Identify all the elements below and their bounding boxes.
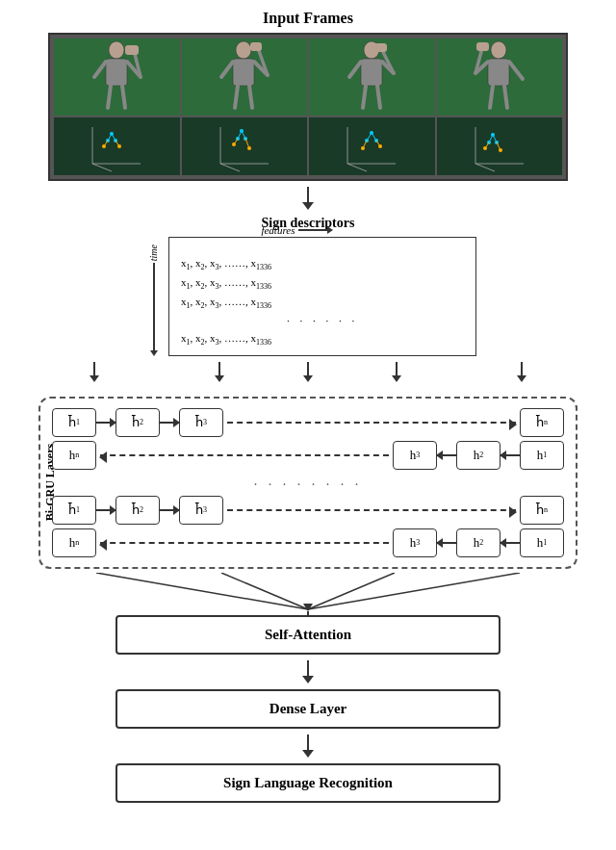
svg-line-51 [242, 131, 245, 139]
arrow2-h2-h3-bwd [437, 542, 456, 544]
svg-line-83 [308, 573, 520, 609]
features-label: features [261, 224, 295, 236]
arrow-h1-h2-fwd [96, 422, 116, 424]
dashed-arrow2-bwd [100, 542, 389, 544]
gru-cell-hn-bwd: hn [52, 441, 96, 470]
dashed-arrow-bwd-1 [100, 454, 389, 456]
matrix-row-3: x1, x2, x3, ……, x1336 [181, 294, 464, 313]
gru-cell-h3-bwd: h3 [393, 441, 437, 470]
svg-line-4 [108, 86, 111, 108]
svg-line-54 [234, 139, 238, 144]
svg-line-82 [308, 573, 395, 609]
gru-cell2-hn-fwd: h̄n [520, 496, 564, 525]
svg-line-39 [112, 134, 116, 141]
gru-backward-row-1: h1 h2 h3 hn [52, 441, 564, 470]
svg-line-10 [221, 62, 233, 77]
matrix-row-2: x1, x2, x3, ……, x1336 [181, 274, 464, 294]
svg-line-79 [497, 142, 500, 150]
arrow-bigru-to-attention [307, 611, 309, 615]
arrow-h2-h3-fwd [160, 422, 179, 424]
svg-line-75 [493, 135, 497, 142]
skeleton-2 [182, 117, 308, 175]
multi-input-arrows [48, 362, 568, 393]
gru-cell2-h1-fwd: h̄1 [52, 496, 96, 525]
gru-layer-2: h̄1 h̄2 h̄3 h̄n h1 h2 h3 hn [52, 496, 564, 557]
svg-rect-15 [250, 42, 262, 51]
arrow-h2-h3-bwd [437, 454, 456, 456]
gru-cell2-h1-bwd: h1 [520, 528, 564, 557]
arrow2-h1-h2-bwd [500, 542, 520, 544]
svg-line-34 [92, 164, 112, 171]
sign-descriptors-matrix: features x1, x2, x3, ……, x1336 x1, x2, x… [168, 237, 476, 356]
svg-line-50 [238, 131, 242, 139]
svg-line-58 [347, 164, 367, 171]
svg-point-8 [236, 41, 251, 59]
svg-line-28 [490, 86, 493, 108]
skeleton-3 [309, 117, 435, 175]
svg-line-27 [509, 62, 523, 79]
svg-line-13 [249, 86, 252, 108]
svg-rect-31 [476, 42, 489, 51]
svg-line-20 [363, 86, 366, 108]
architecture-diagram: Input Frames [19, 10, 597, 803]
svg-point-0 [109, 41, 124, 59]
arrow-h1-h2-bwd [500, 454, 520, 456]
layer-dots-separator: · · · · · · · · [52, 477, 564, 493]
gru-cell-h2-bwd: h2 [456, 441, 500, 470]
svg-rect-23 [374, 43, 387, 52]
svg-line-81 [221, 573, 308, 609]
svg-line-42 [104, 141, 108, 146]
svg-line-66 [363, 141, 367, 148]
svg-line-67 [376, 141, 380, 146]
gru-cell2-h2-fwd: h̄2 [116, 496, 160, 525]
svg-rect-7 [125, 45, 139, 55]
svg-rect-25 [488, 59, 509, 86]
matrix-row-dots: · · · · · · [181, 313, 464, 330]
dense-layer-box: Dense Layer [116, 689, 500, 729]
arrow2-h1-h2-fwd [96, 509, 116, 511]
bigru-section: Bi-GRU Layers h̄1 h̄2 h̄3 h̄n h1 [38, 397, 578, 569]
svg-line-29 [504, 86, 507, 108]
gru-cell-h1-bwd: h1 [520, 441, 564, 470]
input-frames-title: Input Frames [263, 10, 353, 27]
bigru-outer-box: h̄1 h̄2 h̄3 h̄n h1 h2 h3 hn [38, 397, 578, 569]
gru-forward-row-2: h̄1 h̄2 h̄3 h̄n [52, 496, 564, 525]
arrow-dense-to-output [302, 734, 314, 758]
svg-line-74 [489, 135, 493, 142]
gru-cell2-hn-bwd: hn [52, 528, 96, 557]
frame-3 [309, 39, 435, 116]
gru-cell2-h2-bwd: h2 [456, 528, 500, 557]
dashed-arrow2-fwd [227, 509, 516, 511]
svg-line-62 [367, 133, 372, 141]
svg-line-70 [475, 164, 495, 171]
arrow-frames-to-descriptors [302, 187, 314, 210]
svg-line-78 [485, 142, 489, 148]
svg-line-18 [349, 62, 361, 77]
svg-line-63 [372, 133, 376, 141]
matrix-row-n: x1, x2, x3, ……, x1336 [181, 330, 464, 349]
matrix-row-1: x1, x2, x3, ……, x1336 [181, 255, 464, 274]
svg-rect-9 [233, 59, 254, 86]
svg-line-46 [220, 164, 240, 171]
dashed-arrow-fwd-1 [227, 422, 516, 424]
time-axis-label: time [149, 245, 159, 261]
svg-line-80 [96, 573, 308, 609]
gru-forward-row-1: h̄1 h̄2 h̄3 h̄n [52, 408, 564, 437]
svg-line-43 [116, 141, 119, 146]
arrow-attention-to-dense [302, 660, 314, 683]
svg-rect-1 [106, 59, 127, 86]
svg-line-21 [377, 86, 380, 108]
svg-line-12 [235, 86, 238, 108]
arrow2-h2-h3-fwd [160, 509, 179, 511]
converge-arrows [48, 573, 568, 611]
frame-2 [182, 39, 308, 116]
skeleton-4 [437, 117, 563, 175]
svg-rect-17 [361, 59, 382, 86]
svg-line-38 [108, 134, 112, 141]
self-attention-box: Self-Attention [116, 615, 500, 655]
output-box: Sign Language Recognition [116, 763, 500, 803]
gru-cell2-h3-bwd: h3 [393, 528, 437, 557]
frame-4 [437, 39, 563, 116]
gru-cell2-h3-fwd: h̄3 [179, 496, 223, 525]
gru-cell-h3-fwd: h̄3 [179, 408, 223, 437]
